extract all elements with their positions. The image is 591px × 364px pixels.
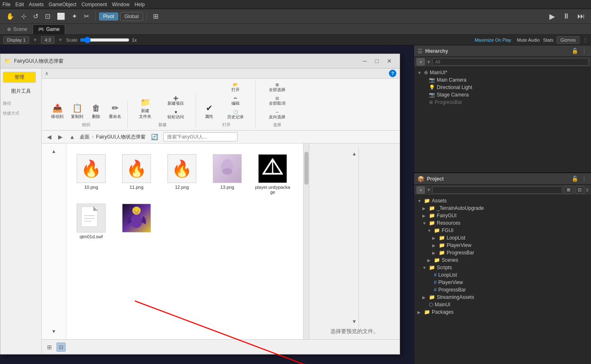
tree-mainui-asset[interactable]: ⬡ MainUI (414, 301, 591, 308)
invert-selection-btn[interactable]: ↔ 反向选择 (261, 108, 294, 121)
menu-assets[interactable]: Assets (29, 2, 44, 7)
copy-to-btn[interactable]: 📋 复制到 (68, 101, 86, 121)
project-add-btn[interactable]: + (417, 186, 425, 194)
new-folder-btn[interactable]: 📁 新建文件夹 (133, 96, 158, 121)
tree-scenes[interactable]: ▶ 📁 Scenes (414, 256, 591, 264)
project-search-input[interactable] (432, 186, 562, 194)
grid-btn[interactable]: ⊞ (150, 11, 161, 21)
hierarchy-search-input[interactable] (432, 58, 589, 66)
transform-tool-btn[interactable]: ✦ (69, 11, 80, 21)
bottom-list-view-btn[interactable]: ⊞ (45, 343, 54, 352)
menu-file[interactable]: File (2, 2, 10, 7)
gizmos-btn[interactable]: Gizmos (557, 36, 579, 44)
project-lock-btn[interactable]: 🔓 (571, 175, 579, 183)
global-btn[interactable]: Global (120, 12, 144, 21)
menu-window[interactable]: Window (112, 2, 130, 7)
more-options-icon[interactable]: ⋮ (583, 37, 588, 43)
minimize-btn[interactable]: ─ (359, 56, 371, 66)
tree-fairygui[interactable]: ▶ 📁 FairyGUI (414, 212, 591, 219)
restore-btn[interactable]: □ (372, 56, 382, 66)
crumb-folder[interactable]: FairyGUI人物状态弹窗 (96, 134, 146, 141)
image-tools-btn[interactable]: 图片工具 (3, 86, 39, 96)
file-item-character[interactable] (116, 201, 157, 242)
bottom-detail-view-btn[interactable]: ⊟ (57, 343, 66, 352)
scroll-down-btn[interactable]: ▼ (50, 327, 58, 336)
easy-access-btn[interactable]: ★ 轻松访问 (159, 108, 192, 121)
file-item-unitypackage[interactable]: player.unitypackage (252, 152, 293, 197)
hierarchy-more-btn[interactable]: ⋮ (581, 47, 588, 55)
manage-btn[interactable]: 管理 (3, 72, 36, 83)
display-btn[interactable]: Display 1 (3, 36, 29, 44)
tree-terrainauto[interactable]: ▶ 📁 _TerrainAutoUpgrade (414, 204, 591, 212)
scale-slider[interactable] (80, 37, 130, 43)
open-btn[interactable]: 📂 打开 (219, 81, 252, 94)
custom-tool-btn[interactable]: ✂ (81, 11, 92, 21)
menu-edit[interactable]: Edit (15, 2, 24, 7)
file-item-swf[interactable]: qtm01d.swf (71, 201, 112, 242)
menu-help[interactable]: Help (134, 2, 145, 7)
nav-forward-btn[interactable]: ▶ (56, 132, 65, 141)
edit-btn[interactable]: ✏ 编辑 (219, 95, 252, 108)
history-btn[interactable]: 🕒 历史记录 (219, 108, 252, 121)
step-btn[interactable]: ⏭ (575, 11, 588, 22)
maximize-on-play-btn[interactable]: Maximize On Play (472, 37, 514, 43)
project-view-btn[interactable]: ⊞ (564, 186, 573, 194)
delete-btn[interactable]: 🗑 删除 (88, 102, 104, 121)
file-item-12png[interactable]: 🔥 12.png (161, 152, 202, 197)
new-project-btn[interactable]: ➕ 新建项目 (159, 95, 192, 108)
tree-streamingassets[interactable]: ▶ 📁 StreamingAssets (414, 294, 591, 301)
pivot-btn[interactable]: Pivot (99, 12, 118, 21)
help-btn[interactable]: ? (389, 70, 396, 77)
nav-back-btn[interactable]: ◀ (45, 132, 54, 141)
file-item-11png[interactable]: 🔥 11.png (116, 152, 157, 197)
tree-playerview-script[interactable]: # PlayerView (414, 279, 591, 286)
tree-looplist-script[interactable]: # LoopList (414, 271, 591, 279)
stats-btn[interactable]: Stats (543, 38, 553, 42)
tab-game[interactable]: 🎮 Game (33, 24, 65, 34)
select-all-btn[interactable]: ⊞ 全部选择 (261, 81, 294, 94)
scale-tool-btn[interactable]: ⊡ (42, 11, 53, 21)
file-item-10png[interactable]: 🔥 10.png (71, 152, 112, 197)
move-to-btn[interactable]: 📤 移动到 (48, 101, 66, 121)
tree-packages[interactable]: ▶ 📁 Packages (414, 308, 591, 316)
rect-tool-btn[interactable]: ⬜ (54, 11, 68, 21)
play-btn[interactable]: ▶ (546, 11, 558, 22)
preview-scroll-up[interactable]: ▲ (350, 149, 358, 158)
menu-component[interactable]: Component (81, 2, 107, 7)
rename-btn[interactable]: ✏ 重命名 (106, 101, 124, 121)
collapse-ribbon-btn[interactable]: ∧ (45, 70, 49, 76)
tree-looplist-folder[interactable]: ▶ 📁 LoopList (414, 234, 591, 242)
tree-fgui[interactable]: ▼ 📁 FGUI (414, 227, 591, 234)
tree-item-progressbar[interactable]: ⊕ ProgressBar (414, 99, 591, 106)
file-item-13png[interactable]: 13.png (207, 152, 248, 197)
tree-playerview-folder[interactable]: ▶ 📁 PlayerView (414, 242, 591, 249)
deselect-all-btn[interactable]: ⊟ 全部取消 (261, 95, 294, 108)
pause-btn[interactable]: ⏸ (560, 11, 573, 22)
properties-btn[interactable]: ✔ 属性 (201, 101, 217, 121)
rotate-tool-btn[interactable]: ↺ (30, 11, 41, 21)
mute-audio-btn[interactable]: Mute Audio (517, 38, 540, 42)
tree-item-stagecamera[interactable]: 📷 Stage Camera (414, 91, 591, 99)
move-tool-btn[interactable]: ⊹ (18, 11, 29, 21)
refresh-btn[interactable]: 🔄 (148, 132, 161, 141)
project-more-btn[interactable]: ⋮ (581, 175, 588, 183)
hand-tool-btn[interactable]: ✋ (3, 11, 17, 21)
tree-progressbar-script[interactable]: # ProgressBar (414, 286, 591, 294)
tree-item-dirlight[interactable]: 💡 Directional Light (414, 84, 591, 91)
tree-progressbar-folder[interactable]: ▶ 📁 ProgressBar (414, 249, 591, 256)
aspect-btn[interactable]: 4:3 (41, 36, 54, 44)
menu-gameobject[interactable]: GameObject (49, 2, 76, 7)
nav-up-btn[interactable]: ▲ (67, 132, 77, 141)
tab-scene[interactable]: ⊕ Scene (2, 24, 33, 34)
hierarchy-add-btn[interactable]: + (417, 58, 425, 66)
tree-scripts[interactable]: ▼ 📁 Scripts (414, 264, 591, 271)
hierarchy-lock-btn[interactable]: 🔓 (571, 47, 579, 55)
tree-item-maincamera[interactable]: 📷 Main Camera (414, 76, 591, 84)
close-btn[interactable]: ✕ (383, 56, 396, 66)
crumb-desktop[interactable]: 桌面 (80, 134, 89, 141)
tree-resources[interactable]: ▼ 📁 Resources (414, 219, 591, 227)
tree-assets[interactable]: ▼ 📁 Assets (414, 197, 591, 204)
file-scrollbar[interactable] (303, 143, 309, 339)
project-filter-btn[interactable]: ⊡ (575, 186, 584, 194)
search-input[interactable] (163, 132, 238, 141)
